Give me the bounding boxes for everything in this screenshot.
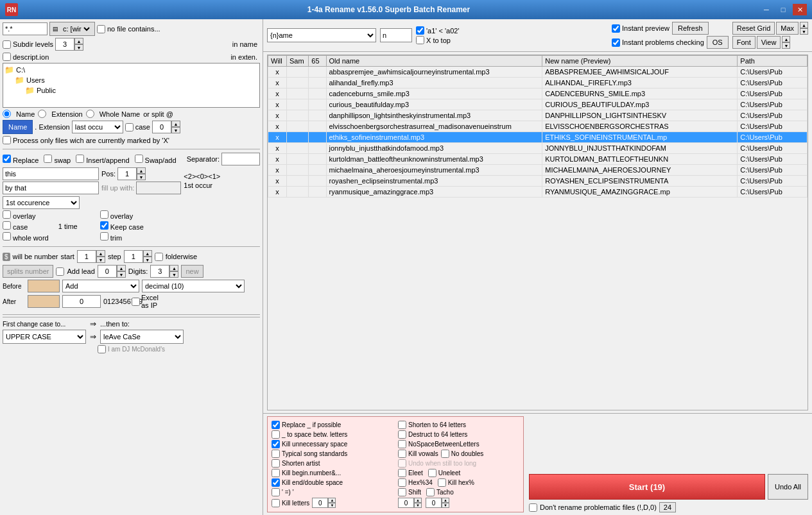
occurrence-select[interactable]: 1st occurence [3, 196, 80, 209]
start-up-btn[interactable]: ▲ [96, 250, 105, 257]
table-row[interactable]: x kurtoldman_battleoftheunknowninstrumen… [268, 154, 808, 165]
last-occ-select[interactable]: last occu [72, 121, 123, 133]
header-new[interactable]: New name (Preview) [542, 56, 738, 67]
view-button[interactable]: View [757, 36, 781, 49]
dj-checkbox[interactable] [98, 345, 106, 353]
subdir-checkbox[interactable] [3, 40, 11, 49]
keep-case-checkbox[interactable] [100, 221, 108, 230]
table-row[interactable]: x elvisschoenbergsorchestrasurreal_madis… [268, 121, 808, 132]
start-button[interactable]: Start (19) [529, 474, 765, 500]
opt-eq[interactable]: ' =) ' [272, 488, 393, 496]
add-select[interactable]: Add [62, 280, 139, 292]
add-lead-down[interactable]: ▼ [117, 271, 126, 278]
name-radio[interactable] [3, 110, 11, 118]
table-row[interactable]: x danphillipson_lightsintheskyinstrument… [268, 110, 808, 121]
a1-a02-checkbox[interactable] [416, 26, 424, 35]
opt-no-space-between[interactable]: NoSpaceBetweenLetters [398, 440, 519, 448]
table-row[interactable]: x jonnyblu_injustthatkindofamood.mp3 JON… [268, 143, 808, 154]
opt-typical-song[interactable]: Typical song standards [272, 450, 393, 458]
extension-radio-label[interactable]: Extension [38, 110, 82, 118]
case-up-btn[interactable]: ▲ [171, 121, 180, 127]
opt-destruct-64[interactable]: Destruct to 64 letters [398, 430, 519, 439]
file-table-container[interactable]: Will Sam 65 Old name New name (Preview) … [267, 55, 808, 410]
tree-item-public[interactable]: 📁 Public [4, 85, 258, 96]
extension-radio[interactable] [38, 110, 46, 118]
table-row[interactable]: x curious_beautifulday.mp3 CURIOUS_BEAUT… [268, 99, 808, 110]
excel-checkbox[interactable] [132, 298, 140, 306]
grid-up-btn[interactable]: ▲ [800, 22, 808, 28]
splits-btn[interactable]: splits number [3, 265, 53, 278]
table-row[interactable]: x ryanmusique_amazinggrace.mp3 RYANMUSIQ… [268, 187, 808, 198]
after-color-input[interactable] [28, 295, 60, 308]
table-row[interactable]: x abbaspremjee_awhimsicaljourneyinstrume… [268, 67, 808, 78]
digits-input[interactable] [150, 265, 169, 278]
undo-all-button[interactable]: Undo All [768, 474, 808, 500]
view-up-btn[interactable]: ▲ [782, 36, 790, 42]
excel-as-ip-label[interactable]: Excelas IP [132, 294, 159, 309]
x-to-top-checkbox[interactable] [416, 36, 424, 44]
instant-problems-checkbox[interactable] [612, 38, 620, 47]
overlay-checkbox[interactable] [3, 210, 11, 219]
max-button[interactable]: Max [776, 22, 799, 35]
add-lead-up[interactable]: ▲ [117, 265, 126, 271]
whole-word-checkbox[interactable] [3, 232, 11, 241]
subdir-value-input[interactable] [55, 38, 74, 51]
opt-kill-end-space[interactable]: Kill end/double space [272, 478, 393, 487]
then-case-select[interactable]: leAve CaSe [100, 330, 184, 344]
table-row[interactable]: x ethiks_sofineinstrumental.mp3 ETHIKS_S… [268, 132, 808, 143]
header-old[interactable]: Old name [326, 56, 542, 67]
name-radio-label[interactable]: Name [3, 110, 35, 118]
subdir-up-btn[interactable]: ▲ [74, 38, 83, 44]
this-input[interactable] [3, 167, 99, 180]
step-down-btn[interactable]: ▼ [143, 257, 152, 263]
case-down-btn[interactable]: ▼ [171, 127, 180, 133]
drive-select[interactable]: c: [wir [60, 23, 92, 35]
table-row[interactable]: x royashen_eclipseinstrumental.mp3 ROYAS… [268, 176, 808, 187]
digits-down[interactable]: ▼ [169, 271, 178, 278]
first-case-select[interactable]: UPPER CASE [3, 330, 86, 344]
name-btn[interactable]: Name [3, 120, 33, 134]
start-input[interactable] [77, 250, 96, 263]
tacho-down[interactable]: ▼ [442, 503, 449, 508]
overlay2-checkbox[interactable] [100, 210, 108, 219]
tacho-up[interactable]: ▲ [442, 498, 449, 503]
new-btn[interactable]: new [181, 265, 203, 278]
refresh-button[interactable]: Refresh [672, 22, 709, 35]
header-path[interactable]: Path [738, 56, 808, 67]
whole-name-radio[interactable] [86, 110, 94, 118]
pos-input[interactable] [117, 167, 137, 180]
font-button[interactable]: Font [732, 36, 756, 49]
table-row[interactable]: x cadenceburns_smile.mp3 CADENCEBURNS_SM… [268, 89, 808, 99]
file-tree[interactable]: 📁 C:\ 📁 Users 📁 Public [3, 63, 260, 108]
maximize-button[interactable]: □ [776, 4, 790, 15]
replace-checkbox[interactable] [3, 155, 11, 163]
swap-add-checkbox[interactable] [135, 155, 143, 163]
descript-checkbox[interactable] [3, 53, 11, 61]
view-down-btn[interactable]: ▼ [782, 42, 790, 49]
folderwise-checkbox[interactable] [155, 253, 163, 261]
table-row[interactable]: x michaelmaina_aheroesjourneyinstrumenta… [268, 165, 808, 176]
reset-grid-button[interactable]: Reset Grid [732, 22, 775, 35]
n-value-input[interactable] [380, 28, 412, 42]
shift-input[interactable] [398, 498, 414, 508]
pos-up-btn[interactable]: ▲ [137, 167, 146, 174]
close-button[interactable]: ✕ [793, 4, 807, 15]
process-only-checkbox[interactable] [3, 136, 11, 144]
by-that-input[interactable] [3, 182, 99, 194]
opt-underscore-space[interactable]: _ to space betw. letters [272, 430, 393, 439]
step-up-btn[interactable]: ▲ [143, 250, 152, 257]
add-lead-checkbox[interactable] [56, 267, 64, 276]
case-replace-checkbox[interactable] [3, 221, 11, 230]
case-value-input[interactable] [152, 121, 171, 133]
pos-down-btn[interactable]: ▼ [137, 174, 146, 180]
file-pattern-input[interactable] [3, 22, 48, 35]
grid-down-btn[interactable]: ▼ [800, 28, 808, 35]
trim-checkbox[interactable] [100, 232, 108, 241]
step-input[interactable] [124, 250, 143, 263]
before-color-input[interactable] [28, 280, 60, 292]
opt-replace-underscore[interactable]: Replace _ if possible [272, 421, 393, 429]
add-lead-input[interactable] [98, 265, 117, 278]
separator-input[interactable] [221, 153, 260, 165]
opt-kill-space[interactable]: Kill unnecessary space [272, 440, 393, 448]
tree-item-c[interactable]: 📁 C:\ [4, 65, 258, 75]
